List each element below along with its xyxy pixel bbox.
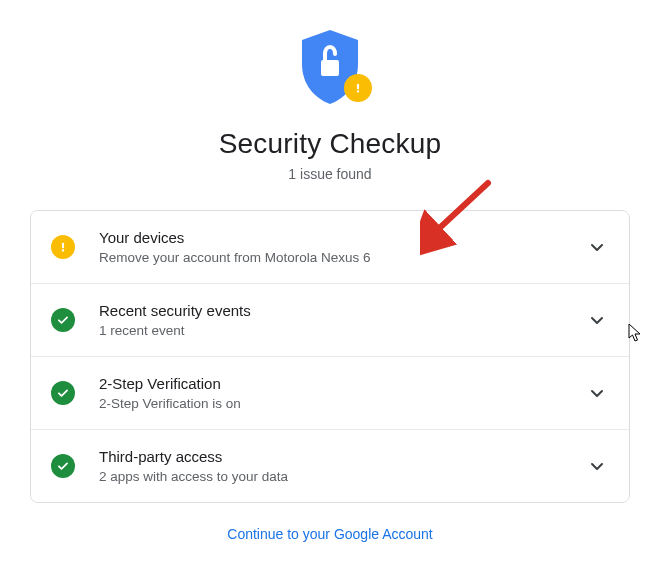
check-icon xyxy=(51,381,75,405)
shield-warning-icon xyxy=(298,28,362,106)
warning-icon xyxy=(51,235,75,259)
chevron-down-icon xyxy=(585,381,609,405)
row-your-devices[interactable]: Your devices Remove your account from Mo… xyxy=(31,211,629,284)
chevron-down-icon xyxy=(585,454,609,478)
row-title: 2-Step Verification xyxy=(99,375,585,392)
row-title: Third-party access xyxy=(99,448,585,465)
page-subtitle: 1 issue found xyxy=(30,166,630,182)
row-text: Your devices Remove your account from Mo… xyxy=(99,229,585,265)
row-text: Third-party access 2 apps with access to… xyxy=(99,448,585,484)
chevron-down-icon xyxy=(585,308,609,332)
warning-badge-icon xyxy=(344,74,372,102)
check-icon xyxy=(51,308,75,332)
row-recent-security-events[interactable]: Recent security events 1 recent event xyxy=(31,284,629,357)
row-third-party-access[interactable]: Third-party access 2 apps with access to… xyxy=(31,430,629,502)
row-subtitle: 2 apps with access to your data xyxy=(99,469,585,484)
continue-link[interactable]: Continue to your Google Account xyxy=(227,526,432,542)
svg-rect-3 xyxy=(62,243,64,248)
row-text: Recent security events 1 recent event xyxy=(99,302,585,338)
row-2-step-verification[interactable]: 2-Step Verification 2-Step Verification … xyxy=(31,357,629,430)
page-title: Security Checkup xyxy=(30,128,630,160)
row-title: Your devices xyxy=(99,229,585,246)
svg-rect-4 xyxy=(62,249,64,251)
check-icon xyxy=(51,454,75,478)
svg-rect-2 xyxy=(357,90,359,92)
footer: Continue to your Google Account xyxy=(30,525,630,543)
chevron-down-icon xyxy=(585,235,609,259)
row-subtitle: Remove your account from Motorola Nexus … xyxy=(99,250,585,265)
svg-rect-1 xyxy=(357,84,359,89)
row-text: 2-Step Verification 2-Step Verification … xyxy=(99,375,585,411)
row-title: Recent security events xyxy=(99,302,585,319)
svg-rect-0 xyxy=(321,60,339,76)
checkup-list: Your devices Remove your account from Mo… xyxy=(30,210,630,503)
page-header: Security Checkup 1 issue found xyxy=(30,0,630,182)
row-subtitle: 2-Step Verification is on xyxy=(99,396,585,411)
row-subtitle: 1 recent event xyxy=(99,323,585,338)
